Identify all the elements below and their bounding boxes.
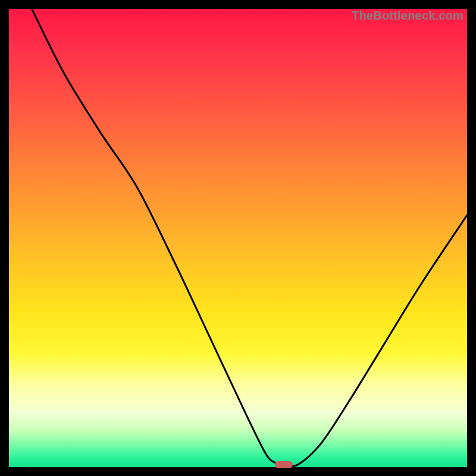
- watermark-text: TheBottleneck.com: [352, 9, 464, 23]
- optimal-marker: [275, 461, 293, 468]
- chart-frame: TheBottleneck.com: [9, 9, 467, 467]
- chart-curve-svg: [9, 9, 467, 467]
- bottleneck-curve-path: [32, 9, 468, 466]
